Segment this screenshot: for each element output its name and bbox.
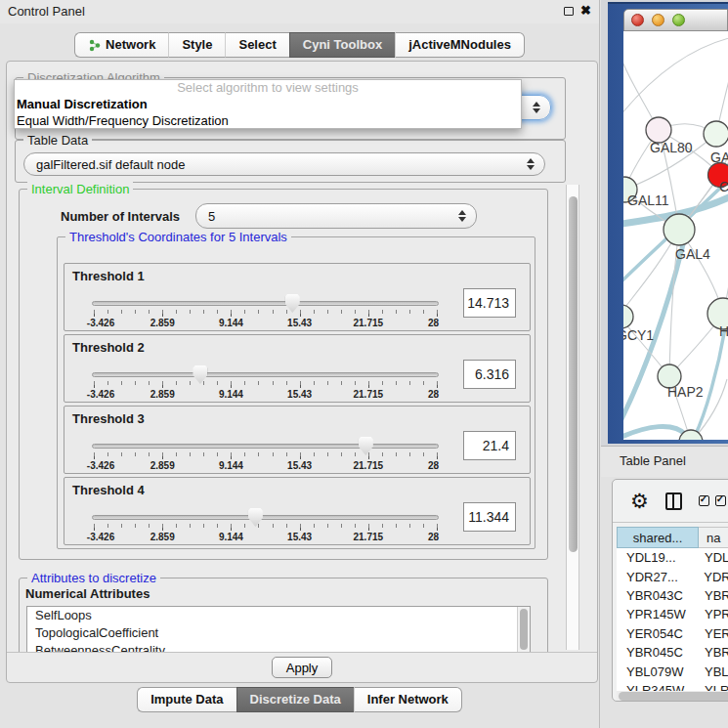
tab-jactivemnodules[interactable]: jActiveMNodules — [395, 32, 525, 58]
tab-cyni-toolbox[interactable]: Cyni Toolbox — [289, 32, 395, 58]
table-toolbar: ⚙ — [613, 480, 728, 523]
settings-scrollbar[interactable] — [566, 185, 579, 650]
attributes-clip: Attributes to discretize Numerical Attri… — [19, 572, 548, 652]
close-traffic-light-icon[interactable] — [631, 14, 644, 26]
numerical-attributes-list[interactable]: SelfLoops TopologicalCoefficient Between… — [26, 606, 531, 652]
tab-impute-data[interactable]: Impute Data — [137, 687, 236, 712]
table-panel-title: Table Panel — [620, 453, 686, 468]
checkbox-checked-icon[interactable] — [699, 495, 709, 506]
table-panel-titlebar: Table Panel — [601, 446, 728, 477]
columns-icon[interactable] — [665, 492, 682, 510]
threshold-slider-1[interactable] — [92, 301, 439, 306]
table-body: YDL19...YDL1 YDR27...YDR2 YBR043CYBR0 YP… — [617, 548, 728, 691]
threshold-value-1[interactable]: 14.713 — [463, 288, 516, 318]
control-panel: Control Panel ✖ Network Style Select Cyn… — [0, 0, 600, 728]
table-row[interactable]: YDL19...YDL1 — [617, 548, 728, 567]
list-item[interactable]: SelfLoops — [27, 607, 530, 624]
tab-style[interactable]: Style — [168, 32, 225, 58]
dropdown-item-equal-width[interactable]: Equal Width/Frequency Discretization — [15, 112, 521, 129]
network-icon — [88, 38, 101, 52]
threshold-slider-2[interactable] — [92, 372, 439, 377]
dropdown-hint: Select algorithm to view settings — [15, 80, 521, 96]
table-header-row: shared... na — [617, 527, 728, 548]
minimize-traffic-light-icon[interactable] — [652, 14, 664, 26]
svg-text:GAL11: GAL11 — [627, 193, 669, 208]
network-window-titlebar[interactable] — [623, 9, 728, 31]
thresholds-group-label: Threshold's Coordinates for 5 Intervals — [65, 230, 291, 244]
threshold-box-2: Threshold 2 -3.426 2.859 9.144 15.43 21.… — [64, 334, 531, 403]
combo-stepper-icon — [527, 158, 536, 170]
apply-button[interactable]: Apply — [272, 657, 333, 678]
tab-select[interactable]: Select — [225, 32, 288, 58]
close-icon[interactable]: ✖ — [580, 3, 591, 18]
algorithm-dropdown-popup: Select algorithm to view settings Manual… — [14, 79, 522, 129]
threshold-box-4: Threshold 4 -3.426 2.859 9.144 15.43 21.… — [64, 477, 531, 545]
list-scrollbar[interactable] — [517, 607, 530, 652]
column-header-name[interactable]: na — [699, 527, 728, 548]
num-intervals-label: Number of Intervals — [61, 209, 180, 224]
table-data-value: galFiltered.sif default node — [36, 157, 185, 172]
svg-text:GCY1: GCY1 — [623, 327, 654, 343]
apply-bar: Apply — [7, 652, 597, 683]
attributes-group-label: Attributes to discretize — [27, 572, 160, 585]
table-data-group: Table Data galFiltered.sif default node — [15, 140, 566, 183]
column-header-shared[interactable]: shared... — [617, 527, 699, 548]
svg-text:H: H — [719, 323, 728, 339]
svg-text:GAL80: GAL80 — [650, 140, 693, 155]
tab-network[interactable]: Network — [74, 32, 168, 58]
table-row[interactable]: YER054CYER0 — [617, 624, 728, 643]
table-data-group-label: Table Data — [23, 133, 92, 148]
table-data-combo[interactable]: galFiltered.sif default node — [23, 152, 545, 176]
cyni-content-panel: Discretization Algorithm Select algorith… — [6, 61, 598, 683]
network-canvas[interactable]: GAL80GACGAL11GAL4GCY1HHAP2 — [623, 31, 728, 440]
control-panel-titlebar: Control Panel ✖ — [0, 0, 599, 23]
list-item[interactable]: TopologicalCoefficient — [27, 624, 530, 642]
table-panel: ⚙ shared... na YDL19...YDL1 YDR27...YDR2… — [612, 479, 728, 702]
scrollbar-thumb[interactable] — [619, 692, 728, 701]
tab-infer-network[interactable]: Infer Network — [354, 687, 462, 712]
network-graph: GAL80GACGAL11GAL4GCY1HHAP2 — [623, 31, 728, 440]
threshold-box-3: Threshold 3 -3.426 2.859 9.144 15.43 21.… — [64, 406, 531, 474]
table-row[interactable]: YDR27...YDR2 — [617, 567, 728, 585]
num-intervals-combo[interactable]: 5 — [195, 203, 477, 229]
thresholds-group: Threshold's Coordinates for 5 Intervals … — [57, 236, 535, 549]
table-row[interactable]: YBR045CYBR0 — [617, 643, 728, 662]
interval-definition-group: Interval Definition Number of Intervals … — [19, 189, 548, 560]
combo-stepper-icon — [533, 102, 542, 113]
interval-definition-label: Interval Definition — [27, 182, 133, 196]
dropdown-item-manual[interactable]: Manual Discretization — [15, 96, 521, 112]
intervals-row: Number of Intervals 5 — [61, 203, 477, 229]
attributes-group: Attributes to discretize Numerical Attri… — [19, 578, 548, 652]
table-row[interactable]: YBL079WYBL0 — [617, 662, 728, 680]
threshold-value-2[interactable]: 6.316 — [463, 360, 516, 389]
tab-network-label: Network — [106, 37, 155, 52]
panel-title: Control Panel — [8, 4, 85, 19]
num-intervals-value: 5 — [208, 209, 215, 224]
threshold-slider-3[interactable] — [92, 444, 439, 449]
gear-icon[interactable]: ⚙ — [630, 491, 649, 511]
zoom-traffic-light-icon[interactable] — [672, 14, 685, 26]
list-item[interactable]: BetweennessCentrality — [27, 642, 530, 652]
bottom-tab-bar: Impute Data Discretize Data Infer Networ… — [0, 687, 599, 712]
table-row[interactable]: YLR345WYLR3 — [617, 681, 728, 691]
combo-stepper-icon — [458, 210, 468, 222]
threshold-value-3[interactable]: 21.4 — [463, 431, 516, 460]
threshold-box-1: Threshold 1 -3.426 2.859 9.144 15.43 21.… — [64, 263, 531, 331]
svg-text:GAL4: GAL4 — [675, 246, 710, 262]
table-row[interactable]: YPR145WYPR1 — [617, 605, 728, 623]
threshold-value-4[interactable]: 11.344 — [463, 502, 516, 532]
threshold-slider-4[interactable] — [92, 515, 439, 520]
svg-text:HAP2: HAP2 — [667, 384, 704, 400]
network-window: GAL80GACGAL11GAL4GCY1HHAP2 — [608, 2, 728, 444]
top-tab-bar: Network Style Select Cyni Toolbox jActiv… — [0, 32, 599, 58]
svg-text:C: C — [719, 179, 728, 194]
scrollbar-thumb[interactable] — [569, 196, 578, 552]
table-horizontal-scrollbar[interactable] — [617, 691, 728, 702]
checkbox-group — [699, 495, 726, 506]
table-row[interactable]: YBR043CYBR0 — [617, 586, 728, 605]
svg-text:GA: GA — [710, 150, 728, 165]
tab-discretize-data[interactable]: Discretize Data — [236, 687, 354, 712]
numerical-attributes-label: Numerical Attributes — [25, 586, 150, 601]
checkbox-checked-icon[interactable] — [715, 495, 726, 506]
float-window-icon[interactable] — [564, 7, 574, 16]
